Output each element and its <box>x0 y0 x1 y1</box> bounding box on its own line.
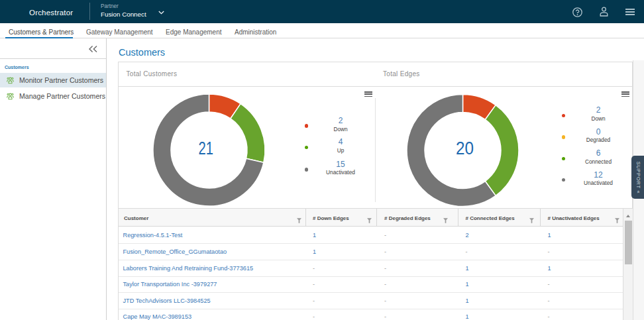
svg-text:21: 21 <box>199 138 214 158</box>
svg-text:20: 20 <box>456 138 474 158</box>
